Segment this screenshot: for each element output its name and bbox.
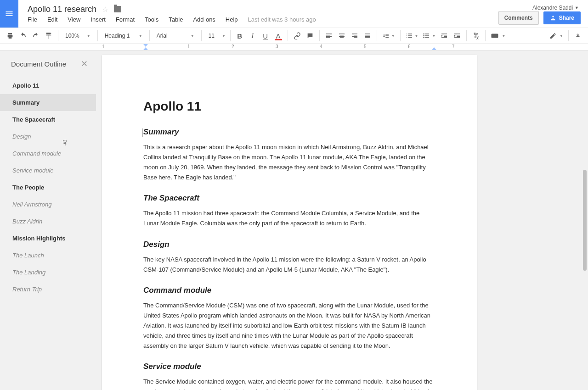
chevron-down-icon: ▼ (391, 34, 395, 38)
outline-list: Apollo 11SummaryThe SpacecraftDesignComm… (0, 77, 96, 298)
bullet-list-button[interactable]: ▼ (420, 29, 438, 42)
doc-paragraph[interactable]: The Service Module contained oxygen, wat… (143, 377, 435, 390)
pencil-icon (549, 32, 557, 39)
right-margin-marker[interactable] (432, 47, 436, 50)
paint-format-button[interactable] (42, 29, 55, 42)
font-select[interactable]: Arial▼ (153, 29, 198, 42)
menu-help[interactable]: Help (226, 16, 238, 23)
undo-icon (19, 32, 27, 39)
chevron-down-icon: ▼ (191, 34, 194, 38)
account-menu[interactable]: Alexandre Saddi ▼ (532, 5, 579, 11)
star-icon[interactable]: ☆ (102, 5, 108, 14)
outline-item[interactable]: Return Trip (0, 281, 96, 298)
redo-icon (32, 32, 40, 39)
indent-marker-top[interactable] (143, 44, 148, 47)
input-tools-button[interactable]: ▼ (488, 29, 508, 42)
close-outline-button[interactable]: ✕ (81, 59, 88, 69)
align-justify-button[interactable] (361, 29, 374, 42)
font-size-select[interactable]: 11▼ (204, 29, 227, 42)
chevron-down-icon: ▼ (432, 34, 435, 38)
svg-rect-5 (492, 34, 498, 38)
chevron-down-icon: ▼ (415, 34, 418, 38)
document-page[interactable]: Apollo 11 Summary This is a research pap… (102, 55, 477, 390)
outline-item[interactable]: The People (0, 179, 96, 196)
document-title[interactable]: Apollo 11 research (28, 5, 96, 14)
separator (230, 30, 231, 41)
collapse-toolbar-button[interactable] (571, 29, 584, 42)
redo-button[interactable] (29, 29, 42, 42)
align-right-button[interactable] (348, 29, 361, 42)
scrollbar-thumb[interactable] (583, 170, 587, 271)
ruler-mark: 4 (320, 44, 322, 49)
menu-tools[interactable]: Tools (145, 16, 158, 23)
italic-button[interactable]: I (246, 29, 259, 42)
chevron-down-icon: ▼ (139, 34, 142, 38)
outline-item[interactable]: Command module (0, 145, 96, 162)
numbered-list-button[interactable]: ▼ (403, 29, 421, 42)
align-center-button[interactable] (335, 29, 348, 42)
doc-heading-service[interactable]: Service module (143, 362, 435, 371)
doc-paragraph[interactable]: This is a research paper about the Apoll… (143, 142, 435, 183)
text-cursor (142, 128, 142, 137)
horizontal-ruler[interactable]: 11234567 (0, 44, 588, 50)
menu-view[interactable]: View (68, 16, 80, 23)
outline-item[interactable]: Neil Armstrong (0, 196, 96, 213)
doc-heading-summary[interactable]: Summary (143, 128, 435, 137)
chevron-down-icon: ▼ (575, 6, 579, 10)
comment-button[interactable] (304, 29, 317, 42)
menu-addons[interactable]: Add-ons (193, 16, 215, 23)
doc-heading-1[interactable]: Apollo 11 (143, 99, 435, 114)
comments-button[interactable]: Comments (498, 11, 539, 25)
separator (149, 30, 150, 41)
outdent-button[interactable] (438, 29, 451, 42)
zoom-select[interactable]: 100%▼ (61, 29, 95, 42)
indent-button[interactable] (451, 29, 464, 42)
svg-point-3 (424, 37, 425, 39)
align-left-button[interactable] (322, 29, 335, 42)
outline-item[interactable]: Service module (0, 162, 96, 179)
menu-bar: File Edit View Insert Format Tools Table… (28, 16, 498, 23)
doc-heading-design[interactable]: Design (143, 240, 435, 249)
outline-item[interactable]: Buzz Aldrin (0, 213, 96, 230)
editing-mode-button[interactable]: ▼ (547, 29, 565, 42)
menu-file[interactable]: File (28, 16, 37, 23)
folder-icon[interactable] (114, 6, 121, 12)
separator (568, 30, 569, 41)
menu-format[interactable]: Format (116, 16, 135, 23)
text-color-button[interactable]: A (272, 29, 285, 42)
outline-item[interactable]: The Landing (0, 264, 96, 281)
outline-item[interactable]: The Spacecraft (0, 111, 96, 128)
main-menu-button[interactable] (0, 0, 18, 28)
outdent-icon (441, 32, 448, 39)
indent-marker-bottom[interactable] (143, 47, 148, 50)
link-icon (294, 32, 301, 39)
doc-heading-command[interactable]: Command module (143, 286, 435, 295)
doc-paragraph[interactable]: The key NASA spacecraft involved in the … (143, 255, 435, 275)
menu-edit[interactable]: Edit (47, 16, 57, 23)
line-spacing-icon (382, 32, 390, 39)
undo-button[interactable] (17, 29, 29, 42)
print-button[interactable] (4, 29, 17, 42)
outline-item[interactable]: Design (0, 128, 96, 145)
line-spacing-button[interactable]: ▼ (380, 29, 397, 42)
outline-item[interactable]: Apollo 11 (0, 77, 96, 94)
outline-item[interactable]: MIssion Highlights (0, 230, 96, 247)
menu-table[interactable]: Table (169, 16, 183, 23)
link-button[interactable] (291, 29, 304, 42)
document-canvas[interactable]: Apollo 11 Summary This is a research pap… (96, 50, 588, 390)
ruler-mark: 7 (452, 44, 455, 49)
doc-paragraph[interactable]: The Command/Service Module (CSM) was one… (143, 301, 435, 351)
separator (288, 30, 288, 41)
doc-heading-spacecraft[interactable]: The Spacecraft (143, 194, 435, 203)
bold-button[interactable]: B (233, 29, 246, 42)
outline-item[interactable]: The Launch (0, 247, 96, 264)
doc-paragraph[interactable]: The Apollo 11 mission had three spacecra… (143, 208, 435, 228)
underline-button[interactable]: U (259, 29, 272, 42)
outline-item[interactable]: Summary (0, 94, 96, 111)
bullet-list-icon (423, 32, 430, 39)
share-button[interactable]: Share (543, 11, 581, 24)
ruler-mark: 6 (408, 44, 411, 49)
style-select[interactable]: Heading 1▼ (101, 29, 147, 42)
clear-formatting-button[interactable]: T (469, 29, 482, 42)
menu-insert[interactable]: Insert (90, 16, 106, 23)
